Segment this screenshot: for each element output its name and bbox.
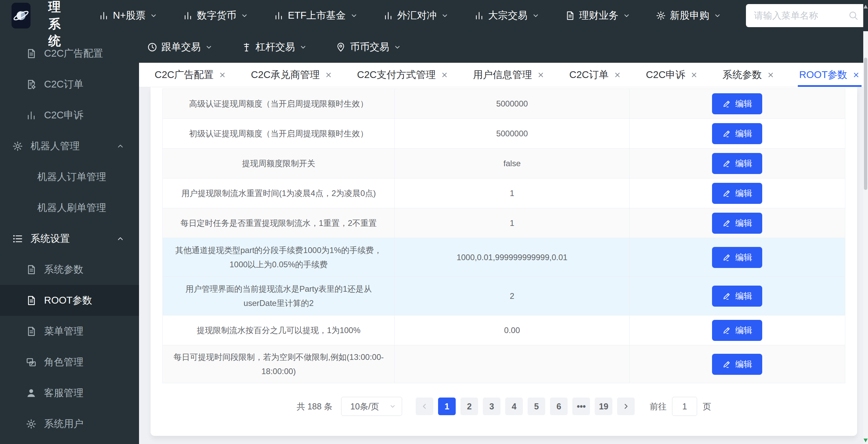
page-button-4[interactable]: 4	[505, 398, 523, 415]
pencil-icon	[722, 129, 731, 138]
close-icon[interactable]	[324, 71, 333, 79]
nav-item-etf[interactable]: ETF上市基金	[274, 9, 358, 22]
tab-user-info-management[interactable]: 用户信息管理	[473, 63, 545, 87]
chevron-up-icon	[116, 142, 125, 151]
edit-button[interactable]: 编辑	[712, 153, 762, 174]
page-button-6[interactable]: 6	[550, 398, 568, 415]
param-action-cell: 编辑	[629, 345, 845, 383]
sidebar-item-label: 机器人刷单管理	[37, 201, 106, 215]
tab-c2c-ad-config[interactable]: C2C广告配置	[155, 63, 226, 87]
sidebar-item-system-settings[interactable]: 系统设置	[0, 223, 139, 254]
main-content: 高级认证提现周额度（当开启周提现限额时生效） 5000000 编辑 初级认证提现…	[139, 87, 868, 444]
edit-button[interactable]: 编辑	[712, 320, 762, 341]
pencil-icon	[722, 253, 731, 262]
tab-label: C2C承兑商管理	[251, 68, 320, 82]
pencil-icon	[722, 159, 731, 168]
table-row-highlighted: 其他通道提现类型part的分段手续费1000为1%的手续费，1000以上为0.0…	[163, 238, 845, 277]
prev-page-button[interactable]	[416, 398, 433, 415]
sidebar-item-customer-service-management[interactable]: 客服管理	[0, 378, 139, 408]
close-icon[interactable]	[218, 71, 226, 79]
param-name-cell: 初级认证提现周额度（当开启周提现限额时生效）	[163, 119, 395, 149]
chevron-down-icon	[393, 43, 401, 51]
scroll-down-arrow-icon[interactable]	[864, 439, 868, 442]
page-size-select[interactable]: 10条/页	[341, 397, 402, 416]
document-icon	[565, 11, 575, 21]
param-action-cell: 编辑	[629, 119, 845, 149]
tab-label: ROOT参数	[799, 68, 847, 82]
sidebar-item-robot-management[interactable]: 机器人管理	[0, 131, 139, 161]
page-button-19[interactable]: 19	[595, 398, 612, 415]
sidebar-item-menu-management[interactable]: 菜单管理	[0, 316, 139, 347]
scroll-up-arrow-icon[interactable]	[864, 5, 868, 8]
sidebar-item-label: C2C申诉	[44, 109, 83, 122]
chevron-down-icon	[389, 403, 396, 410]
more-pages-button[interactable]: •••	[572, 398, 590, 415]
param-name: 提现周额度限制开关	[242, 159, 315, 168]
sidebar-item-c2c-ad-config[interactable]: C2C广告配置	[0, 38, 139, 69]
close-icon[interactable]	[613, 71, 622, 79]
nav-item-block-trade[interactable]: 大宗交易	[474, 9, 540, 22]
nav-item-forex[interactable]: 外汇对冲	[383, 9, 449, 22]
screens-icon	[26, 357, 37, 368]
nav-item-label: 理财业务	[579, 9, 618, 22]
search-input[interactable]	[754, 11, 848, 21]
sidebar-item-robot-wash-trade-management[interactable]: 机器人刷单管理	[0, 192, 139, 223]
close-icon[interactable]	[852, 71, 860, 79]
page-button-2[interactable]: 2	[460, 398, 478, 415]
page-button-5[interactable]: 5	[528, 398, 545, 415]
sidebar-item-role-management[interactable]: 角色管理	[0, 347, 139, 378]
tab-c2c-appeals[interactable]: C2C申诉	[646, 63, 698, 87]
sidebar-item-root-params[interactable]: ROOT参数	[0, 285, 139, 316]
nav-item-crypto[interactable]: 数字货币	[183, 9, 249, 22]
edit-button[interactable]: 编辑	[712, 93, 762, 114]
edit-button[interactable]: 编辑	[712, 354, 762, 375]
subnav-item-spot-trading[interactable]: 币币交易	[336, 40, 401, 54]
close-icon[interactable]	[690, 71, 698, 79]
subnav-item-margin-trading[interactable]: 杠杆交易	[241, 40, 307, 54]
goto-page-input[interactable]	[672, 397, 697, 416]
ellipsis-icon: •••	[577, 402, 586, 411]
param-action-cell: 编辑	[629, 149, 845, 178]
sidebar-item-system-params[interactable]: 系统参数	[0, 254, 139, 285]
edit-button[interactable]: 编辑	[712, 183, 762, 204]
tab-system-params[interactable]: 系统参数	[723, 63, 775, 87]
page-number: 2	[467, 402, 472, 411]
table-row: 初级认证提现周额度（当开启周提现限额时生效） 5000000 编辑	[163, 119, 845, 149]
sidebar-item-c2c-appeals[interactable]: C2C申诉	[0, 100, 139, 131]
tab-c2c-payment-methods[interactable]: C2C支付方式管理	[357, 63, 449, 87]
page-button-3[interactable]: 3	[483, 398, 500, 415]
close-icon[interactable]	[440, 71, 449, 79]
sidebar-item-c2c-orders[interactable]: C2C订单	[0, 69, 139, 100]
edit-button[interactable]: 编辑	[712, 123, 762, 144]
nav-item-ipo[interactable]: 新股申购	[656, 9, 722, 22]
subnav-item-label: 币币交易	[350, 40, 389, 54]
search-icon[interactable]	[848, 11, 859, 21]
bar-chart-icon	[183, 11, 193, 21]
scrollbar-thumb[interactable]	[864, 58, 867, 190]
tab-c2c-acceptor-management[interactable]: C2C承兑商管理	[251, 63, 333, 87]
edit-button-label: 编辑	[735, 158, 752, 169]
subnav-item-copy-trading[interactable]: 跟单交易	[147, 40, 213, 54]
param-name-cell: 用户提现限制流水重置时间(1为凌晨4点，2为凌晨0点)	[163, 178, 395, 208]
bar-chart-icon	[274, 11, 284, 21]
tab-c2c-orders[interactable]: C2C订单	[569, 63, 622, 87]
edit-button[interactable]: 编辑	[712, 247, 762, 268]
total-count-label: 共 188 条	[297, 401, 333, 412]
close-icon[interactable]	[767, 71, 775, 79]
edit-button[interactable]: 编辑	[712, 213, 762, 234]
vertical-scrollbar[interactable]	[863, 0, 868, 444]
nav-item-wealth[interactable]: 理财业务	[565, 9, 631, 22]
param-value-cell: 2	[395, 277, 629, 315]
planet-logo-icon	[12, 3, 31, 28]
next-page-button[interactable]	[617, 398, 635, 415]
param-action-cell: 编辑	[629, 208, 845, 238]
nav-item-stocks[interactable]: N+股票	[99, 9, 158, 22]
sidebar-item-robot-order-management[interactable]: 机器人订单管理	[0, 161, 139, 192]
close-icon[interactable]	[537, 71, 545, 79]
tab-root-params[interactable]: ROOT参数	[799, 63, 860, 87]
params-card: 高级认证提现周额度（当开启周提现限额时生效） 5000000 编辑 初级认证提现…	[151, 87, 857, 436]
edit-button[interactable]: 编辑	[712, 286, 762, 307]
sidebar-item-system-users[interactable]: 系统用户	[0, 408, 139, 439]
param-name: 每日定时任务是否重置提现限制流水，1重置，2不重置	[180, 218, 377, 228]
page-button-1[interactable]: 1	[438, 398, 456, 415]
